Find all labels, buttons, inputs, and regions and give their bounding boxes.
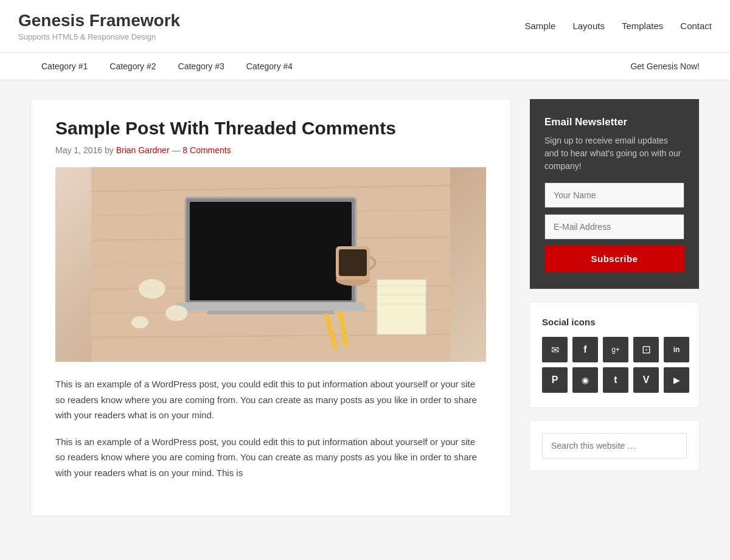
newsletter-description: Sign up to receive email updates and to … xyxy=(544,134,684,173)
newsletter-title: Email Newsletter xyxy=(544,116,684,128)
email-icon[interactable]: ✉ xyxy=(542,337,568,362)
sidebar: Email Newsletter Sign up to receive emai… xyxy=(529,99,700,516)
get-genesis-link[interactable]: Get Genesis Now! xyxy=(630,53,700,80)
svg-rect-14 xyxy=(339,249,367,276)
post-date: May 1, 2016 xyxy=(55,145,102,155)
googleplus-icon[interactable]: g+ xyxy=(603,337,628,362)
svg-rect-9 xyxy=(190,202,352,300)
subscribe-button[interactable]: Subscribe xyxy=(544,246,684,272)
cat-nav-3[interactable]: Category #3 xyxy=(167,53,235,80)
rss-icon[interactable]: ◉ xyxy=(572,367,598,393)
site-header: Genesis Framework Supports HTML5 & Respo… xyxy=(0,0,730,53)
secondary-navigation: Category #1 Category #2 Category #3 Cate… xyxy=(0,53,730,80)
nav-contact[interactable]: Contact xyxy=(680,21,712,31)
nav-templates[interactable]: Templates xyxy=(622,21,663,31)
nav-sample[interactable]: Sample xyxy=(525,21,556,31)
social-widget: Social icons ✉ f g+ ⊡ in P ◉ t V ▶ xyxy=(529,302,700,408)
content-wrapper: Sample Post With Threaded Comments May 1… xyxy=(18,99,712,516)
post-comments-link[interactable]: 8 Comments xyxy=(182,145,231,155)
post-body: This is an example of a WordPress post, … xyxy=(55,376,486,480)
post-title: Sample Post With Threaded Comments xyxy=(55,117,486,139)
facebook-icon[interactable]: f xyxy=(572,337,598,362)
social-icons-grid: ✉ f g+ ⊡ in P ◉ t V ▶ xyxy=(542,337,687,393)
instagram-icon[interactable]: ⊡ xyxy=(633,337,659,362)
newsletter-widget: Email Newsletter Sign up to receive emai… xyxy=(529,99,700,289)
post-featured-image xyxy=(55,167,486,362)
svg-rect-10 xyxy=(176,302,365,311)
site-title: Genesis Framework xyxy=(18,11,180,30)
newsletter-email-input[interactable] xyxy=(544,214,684,240)
search-input[interactable] xyxy=(542,433,687,458)
nav-layouts[interactable]: Layouts xyxy=(572,21,605,31)
search-widget xyxy=(529,420,700,471)
post-meta: May 1, 2016 by Brian Gardner — 8 Comment… xyxy=(55,145,486,155)
svg-rect-19 xyxy=(377,280,426,334)
svg-point-18 xyxy=(131,316,148,328)
linkedin-icon[interactable]: in xyxy=(664,337,689,362)
post-paragraph-2: This is an example of a WordPress post, … xyxy=(55,434,486,481)
site-tagline: Supports HTML5 & Responsive Design xyxy=(18,32,180,41)
post-dash: — xyxy=(172,145,182,155)
cat-nav-4[interactable]: Category #4 xyxy=(235,53,304,80)
post-by: by xyxy=(105,145,116,155)
svg-rect-11 xyxy=(207,311,335,314)
main-content: Sample Post With Threaded Comments May 1… xyxy=(30,99,511,516)
pinterest-icon[interactable]: P xyxy=(542,367,568,393)
post-author[interactable]: Brian Gardner xyxy=(116,145,170,155)
vimeo-icon[interactable]: V xyxy=(633,367,659,393)
youtube-icon[interactable]: ▶ xyxy=(664,367,689,393)
twitter-icon[interactable]: t xyxy=(603,367,628,393)
main-navigation: Sample Layouts Templates Contact xyxy=(525,21,712,32)
post-paragraph-1: This is an example of a WordPress post, … xyxy=(55,376,486,423)
svg-point-15 xyxy=(139,279,165,299)
newsletter-name-input[interactable] xyxy=(544,182,684,208)
social-widget-title: Social icons xyxy=(542,317,687,327)
svg-point-17 xyxy=(165,305,187,321)
site-branding: Genesis Framework Supports HTML5 & Respo… xyxy=(18,11,180,41)
cat-nav-1[interactable]: Category #1 xyxy=(30,53,99,80)
cat-nav-2[interactable]: Category #2 xyxy=(99,53,167,80)
